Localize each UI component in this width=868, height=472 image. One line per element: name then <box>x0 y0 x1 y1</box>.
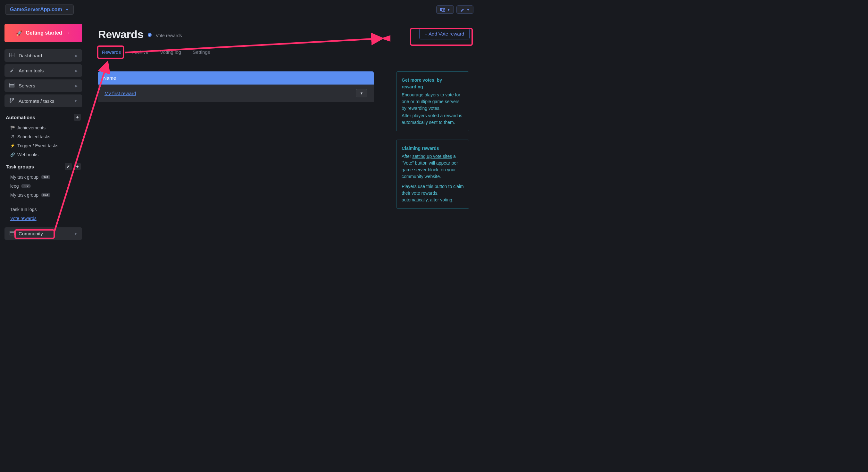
sidebar-item-automate[interactable]: Automate / tasks ▼ <box>4 95 82 107</box>
reward-link[interactable]: My first reward <box>104 91 136 96</box>
info-box-votes: Get more votes, by rewarding Encourage p… <box>396 71 469 131</box>
stopwatch-icon: ⏱ <box>10 134 15 139</box>
brand-label: GameServerApp.com <box>10 7 62 12</box>
section-automations: Automations ＋ <box>4 110 82 123</box>
info-box-claiming: Claiming rewards After setting up vote s… <box>396 140 469 209</box>
svg-point-14 <box>10 101 11 102</box>
sidebar-sub-label: Webhooks <box>17 152 38 157</box>
help-icon[interactable]: ? <box>148 33 152 38</box>
sidebar-sub-scheduled[interactable]: ⏱ Scheduled tasks <box>4 132 82 141</box>
table-row: My first reward ▼ <box>98 85 374 102</box>
sidebar-sub-label: Achievements <box>17 125 45 130</box>
bolt-icon: ⚡ <box>10 143 15 148</box>
svg-point-15 <box>12 98 14 100</box>
tab-archive[interactable]: Archive <box>131 47 150 59</box>
sidebar-item-dashboard[interactable]: Dashboard ▶ <box>4 49 82 62</box>
sidebar-sub-label: Trigger / Event tasks <box>17 143 58 148</box>
sidebar-sub-label: Task run logs <box>10 207 36 212</box>
arrow-right-icon: → <box>65 30 70 36</box>
svg-point-9 <box>13 69 13 69</box>
sidebar-sub-webhooks[interactable]: 🔗 Webhooks <box>4 150 82 159</box>
svg-text:?: ? <box>149 33 151 36</box>
table-header-name: Name <box>98 71 374 85</box>
sidebar-sub-vote-rewards[interactable]: Vote rewards <box>4 214 82 223</box>
flag-icon: 🏁 <box>10 126 15 130</box>
chevron-down-icon: ▼ <box>360 91 364 95</box>
theme-button[interactable]: ▼ <box>457 5 473 14</box>
count-badge: 0/2 <box>21 184 30 188</box>
sidebar-item-servers[interactable]: Servers ▶ <box>4 79 82 92</box>
page-subtitle: Vote rewards <box>156 33 182 38</box>
info-body: Encourage players to vote for one or mul… <box>402 92 464 112</box>
add-button[interactable]: ＋ <box>74 114 81 121</box>
info-body: After setting up vote sites a "Vote" but… <box>402 153 464 180</box>
svg-point-13 <box>10 98 11 100</box>
chevron-right-icon: ▶ <box>75 69 78 73</box>
row-menu-button[interactable]: ▼ <box>356 89 367 97</box>
divider <box>10 203 81 203</box>
magic-wand-icon <box>460 7 464 12</box>
translate-icon: A 文 <box>440 7 445 12</box>
tab-settings[interactable]: Settings <box>191 47 211 59</box>
rocket-icon: 🚀 <box>16 30 23 36</box>
tab-voting-log[interactable]: Voting log <box>159 47 182 59</box>
magic-wand-icon <box>9 68 15 73</box>
add-vote-reward-button[interactable]: + Add Vote reward <box>419 28 470 39</box>
brand-dropdown[interactable]: GameServerApp.com ▼ <box>5 4 74 15</box>
sidebar-task-group[interactable]: My task group 1/3 <box>4 173 82 181</box>
chevron-down-icon: ▼ <box>74 232 78 236</box>
svg-point-5 <box>464 9 464 9</box>
edit-button[interactable] <box>65 163 72 170</box>
count-badge: 1/3 <box>41 175 50 179</box>
svg-rect-11 <box>9 85 14 86</box>
sidebar-task-group[interactable]: leeg 0/2 <box>4 181 82 191</box>
svg-rect-12 <box>9 86 14 88</box>
sidebar-item-label: Automate / tasks <box>19 98 55 104</box>
svg-text:文: 文 <box>442 9 445 11</box>
add-button[interactable]: ＋ <box>74 163 81 170</box>
tab-rewards[interactable]: Rewards <box>101 47 122 59</box>
chevron-down-icon: ▼ <box>65 8 69 11</box>
sidebar-task-group[interactable]: My task group 0/3 <box>4 191 82 200</box>
count-badge: 0/3 <box>41 193 50 197</box>
sidebar-item-community[interactable]: Community ▼ <box>4 227 82 240</box>
info-title: Claiming rewards <box>402 145 464 152</box>
info-body: After players voted a reward is automati… <box>402 112 464 126</box>
sidebar-sub-achievements[interactable]: 🏁 Achievements <box>4 123 82 132</box>
svg-text:A: A <box>441 8 442 10</box>
sidebar-sub-trigger[interactable]: ⚡ Trigger / Event tasks <box>4 141 82 150</box>
grid-icon <box>9 53 15 58</box>
sidebar-item-admin-tools[interactable]: Admin tools ▶ <box>4 64 82 77</box>
section-task-groups: Task groups ＋ <box>4 159 82 173</box>
info-title: Get more votes, by rewarding <box>402 77 464 90</box>
link-icon: 🔗 <box>10 153 15 157</box>
page-title: Rewards <box>98 28 144 41</box>
chevron-down-icon: ▼ <box>447 8 451 11</box>
chevron-down-icon: ▼ <box>74 99 78 103</box>
info-body: Players use this button to claim their v… <box>402 183 464 203</box>
sidebar-item-label: Community <box>19 231 43 236</box>
chevron-right-icon: ▶ <box>75 83 78 88</box>
getting-started-label: Getting started <box>26 30 62 36</box>
sidebar-item-label: Dashboard <box>19 53 42 58</box>
translate-button[interactable]: A 文 ▼ <box>436 5 454 14</box>
task-group-label: My task group <box>10 174 38 180</box>
chevron-right-icon: ▶ <box>75 54 78 58</box>
sidebar-sub-label: Scheduled tasks <box>17 134 50 139</box>
svg-rect-10 <box>9 83 14 84</box>
setup-vote-sites-link[interactable]: setting up vote sites <box>412 154 452 159</box>
chevron-down-icon: ▼ <box>466 8 470 11</box>
sidebar-item-label: Servers <box>19 83 35 89</box>
task-group-label: My task group <box>10 193 38 198</box>
pencil-icon <box>66 165 70 168</box>
sidebar-sub-task-logs[interactable]: Task run logs <box>4 205 82 214</box>
task-group-label: leeg <box>10 183 19 189</box>
window-icon <box>9 231 15 236</box>
sidebar-item-label: Admin tools <box>19 68 43 73</box>
svg-point-4 <box>463 8 464 8</box>
svg-rect-16 <box>10 231 14 235</box>
branch-icon <box>9 98 15 104</box>
section-title-label: Task groups <box>6 164 34 169</box>
section-title-label: Automations <box>6 115 35 120</box>
getting-started-button[interactable]: 🚀 Getting started → <box>4 24 82 42</box>
